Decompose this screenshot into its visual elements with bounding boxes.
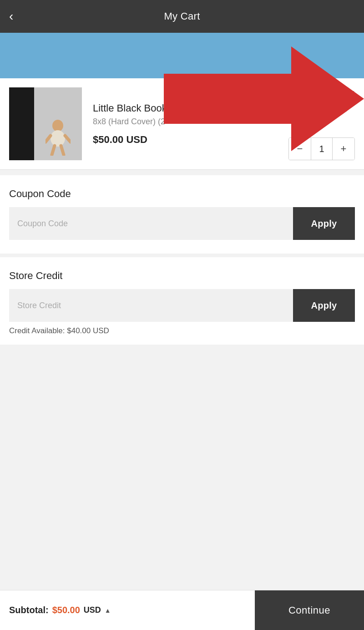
header: ‹ My Cart [0, 0, 364, 33]
quantity-decrease-button[interactable]: − [289, 138, 311, 160]
svg-point-2 [51, 130, 65, 147]
store-credit-apply-button[interactable]: Apply [293, 289, 355, 322]
coupon-label: Coupon Code [9, 188, 355, 200]
page-title: My Cart [164, 10, 200, 22]
store-credit-label: Store Credit [9, 270, 355, 282]
subtotal-expand-icon[interactable]: ▲ [105, 607, 111, 614]
store-credit-input-row: Apply [9, 289, 355, 322]
quantity-control: − 1 + [288, 137, 355, 160]
item-image [9, 87, 82, 160]
svg-line-5 [52, 146, 55, 155]
bottom-bar: Subtotal: $50.00 USD ▲ Continue [0, 590, 364, 630]
baby-illustration [46, 119, 71, 156]
remove-item-button[interactable]: × [349, 87, 355, 99]
book-photo [34, 87, 82, 160]
quantity-value: 1 [311, 138, 333, 160]
back-button[interactable]: ‹ [9, 10, 13, 23]
subtotal-amount: $50.00 [52, 605, 80, 615]
book-black-spine [9, 87, 34, 160]
item-description: 8x8 (Hard Cover) (2 [93, 117, 355, 127]
continue-button[interactable]: Continue [255, 590, 364, 630]
gray-fill-area [0, 345, 364, 527]
store-credit-input[interactable] [9, 289, 293, 322]
credit-available-text: Credit Available: $40.00 USD [9, 326, 355, 335]
subtotal-section: Subtotal: $50.00 USD ▲ [0, 605, 255, 615]
item-name: Little Black Book [93, 102, 355, 114]
subtotal-label: Subtotal: [9, 605, 49, 615]
coupon-section: Coupon Code Apply [0, 175, 364, 254]
cart-item: Little Black Book 8x8 (Hard Cover) (2 $5… [9, 78, 355, 169]
cart-section: Little Black Book 8x8 (Hard Cover) (2 $5… [0, 78, 364, 170]
quantity-increase-button[interactable]: + [333, 138, 354, 160]
subtotal-currency: USD [84, 605, 101, 615]
svg-line-4 [65, 136, 71, 142]
coupon-input-row: Apply [9, 207, 355, 240]
store-credit-section: Store Credit Apply Credit Available: $40… [0, 257, 364, 345]
blue-banner [0, 33, 364, 78]
coupon-input[interactable] [9, 207, 293, 240]
svg-line-6 [61, 146, 64, 155]
coupon-apply-button[interactable]: Apply [293, 207, 355, 240]
svg-point-1 [52, 120, 63, 132]
svg-line-3 [46, 136, 51, 142]
